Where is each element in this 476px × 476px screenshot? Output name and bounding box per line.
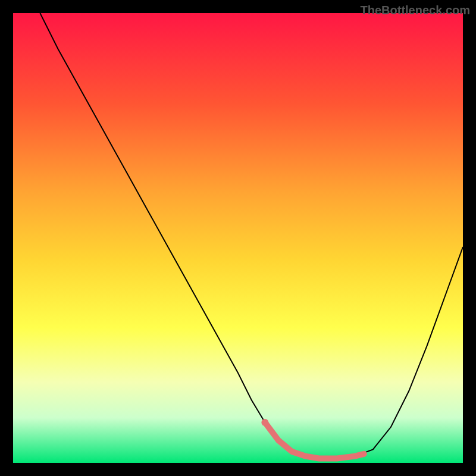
optimal-point (261, 419, 268, 426)
chart-container: TheBottleneck.com (0, 0, 476, 476)
plot-area (13, 13, 463, 463)
gradient-background (13, 13, 463, 463)
chart-svg (13, 13, 463, 463)
watermark-text: TheBottleneck.com (361, 4, 470, 17)
